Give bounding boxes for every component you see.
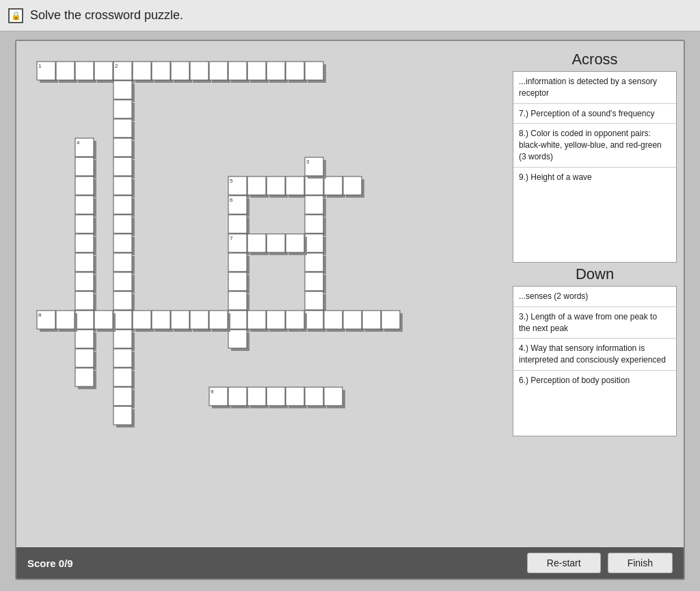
across-clues-scroll[interactable]: ...information is detected by a sensory … — [513, 71, 677, 263]
content-area: Across ...information is detected by a s… — [16, 41, 684, 547]
clues-area: Across ...information is detected by a s… — [513, 48, 677, 540]
down-clues-scroll[interactable]: ...senses (2 words) 3.) Length of a wave… — [513, 286, 677, 436]
restart-button[interactable]: Re-start — [527, 553, 601, 573]
puzzle-area — [23, 48, 506, 540]
across-header: Across — [513, 48, 677, 71]
score-label: Score 0/9 — [27, 557, 73, 569]
bottom-buttons: Re-start Finish — [527, 553, 673, 573]
finish-button[interactable]: Finish — [608, 553, 673, 573]
down-clue-top: ...senses (2 words) — [513, 287, 676, 307]
across-clue-9: 9.) Height of a wave — [513, 168, 676, 187]
across-clue-8: 8.) Color is coded in opponent pairs: bl… — [513, 124, 676, 167]
across-clue-1: ...information is detected by a sensory … — [513, 72, 676, 104]
main-container: Across ...information is detected by a s… — [15, 40, 685, 580]
across-clue-7: 7.) Perception of a sound's frequency — [513, 104, 676, 124]
page-title: Solve the crossword puzzle. — [30, 8, 183, 23]
down-clue-4: 4.) Way that sensory information is inte… — [513, 339, 676, 371]
down-header: Down — [513, 263, 677, 286]
down-clue-6: 6.) Perception of body position — [513, 371, 676, 391]
lock-icon: 🔒 — [8, 8, 23, 23]
top-bar: 🔒 Solve the crossword puzzle. — [0, 0, 700, 31]
bottom-bar: Score 0/9 Re-start Finish — [16, 547, 684, 579]
down-clue-3: 3.) Length of a wave from one peak to th… — [513, 307, 676, 339]
